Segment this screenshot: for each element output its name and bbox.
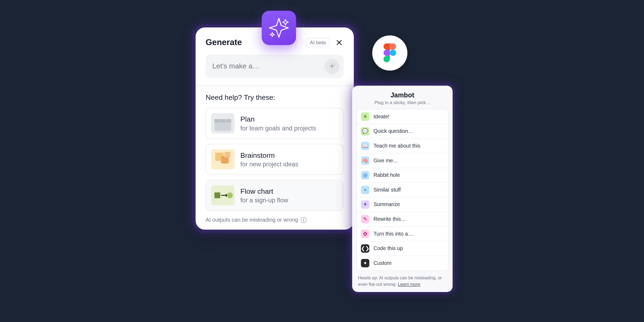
suggestion-subtitle: for new project ideas — [240, 160, 298, 168]
jambot-item-icon: ✎ — [361, 215, 369, 223]
generate-panel: Generate AI beta Let's make a… Need he — [196, 27, 354, 229]
info-icon[interactable]: i — [301, 217, 307, 223]
jambot-item-label: Ideate! — [374, 114, 390, 120]
jambot-title: Jambot — [352, 92, 452, 99]
jambot-item-label: Summarize — [374, 202, 400, 207]
plan-thumbnail-icon — [211, 113, 235, 133]
figma-logo-icon — [383, 43, 396, 63]
suggestion-subtitle: for team goals and projects — [240, 125, 316, 132]
jambot-item-icon: 🧠 — [361, 156, 369, 165]
prompt-input[interactable]: Let's make a… — [206, 55, 344, 78]
divider — [196, 86, 354, 86]
jambot-item-icon: ✳ — [361, 112, 369, 121]
generate-button[interactable] — [324, 59, 339, 74]
jambot-panel: Jambot Plug in a sticky, then pick… ✳Ide… — [352, 86, 452, 292]
suggestion-brainstorm[interactable]: Brainstorm for new project ideas — [206, 144, 344, 175]
jambot-item[interactable]: ≈Similar stuff — [357, 183, 448, 197]
suggestion-subtitle: for a sign-up flow — [240, 196, 288, 204]
jambot-item-icon: ✿ — [361, 230, 369, 238]
ai-disclaimer: AI outputs can be misleading or wrong i — [206, 217, 344, 223]
suggestion-plan[interactable]: Plan for team goals and projects — [206, 108, 344, 139]
jambot-item[interactable]: 📖Teach me about this — [357, 139, 448, 153]
jambot-item-icon: ✦ — [361, 259, 369, 267]
jambot-item-icon: ◎ — [361, 171, 369, 179]
suggestion-title: Brainstorm — [240, 151, 298, 159]
learn-more-link[interactable]: Learn more — [398, 281, 420, 287]
jambot-item-label: Quick question… — [374, 128, 413, 134]
jambot-item-label: Similar stuff — [374, 187, 401, 193]
jambot-item-label: Custom — [374, 260, 391, 266]
brainstorm-thumbnail-icon — [211, 149, 235, 169]
jambot-item-icon: 📖 — [361, 142, 369, 150]
flowchart-thumbnail-icon — [211, 185, 235, 205]
suggestion-title: Plan — [240, 115, 316, 123]
disclaimer-text: AI outputs can be misleading or wrong — [206, 217, 298, 223]
jambot-action-list: ✳Ideate!💬Quick question…📖Teach me about … — [356, 109, 448, 271]
jambot-item[interactable]: ✎Rewrite this… — [357, 212, 448, 227]
try-these-heading: Need help? Try these: — [206, 94, 344, 102]
panel-title: Generate — [206, 38, 242, 47]
prompt-placeholder: Let's make a… — [212, 62, 324, 71]
jambot-subtitle: Plug in a sticky, then pick… — [352, 100, 452, 105]
jambot-item[interactable]: 🧠Give me… — [357, 153, 448, 168]
jambot-item-label: Rewrite this… — [374, 216, 406, 222]
jambot-item-icon: ≈ — [361, 186, 369, 194]
jambot-item[interactable]: ✿Turn this into a… — [357, 227, 448, 241]
suggestion-flowchart[interactable]: Flow chart for a sign-up flow — [206, 180, 344, 211]
jambot-item-icon: 💬 — [361, 127, 369, 136]
jambot-item-label: Give me… — [374, 158, 398, 164]
jambot-item-label: Turn this into a… — [374, 231, 413, 237]
close-icon — [336, 39, 342, 46]
ai-sparkle-badge — [262, 11, 296, 45]
jambot-item[interactable]: ❮❯Code this up — [357, 241, 448, 256]
close-button[interactable] — [335, 38, 344, 47]
jambot-item[interactable]: 💬Quick question… — [357, 124, 448, 139]
jambot-item-icon: ❮❯ — [361, 244, 369, 253]
jambot-item[interactable]: ✦Custom — [357, 256, 448, 270]
ai-beta-badge: AI beta — [306, 38, 330, 47]
jambot-item[interactable]: ✦Summarize — [357, 197, 448, 212]
suggestion-title: Flow chart — [240, 187, 288, 196]
jambot-item-label: Code this up — [374, 246, 403, 251]
jambot-item-label: Rabbit hole — [374, 172, 400, 178]
jambot-item-label: Teach me about this — [374, 143, 420, 149]
jambot-item-icon: ✦ — [361, 200, 369, 209]
sparkle-icon — [328, 62, 336, 71]
jambot-item[interactable]: ✳Ideate! — [357, 109, 448, 124]
jambot-item[interactable]: ◎Rabbit hole — [357, 168, 448, 183]
figma-logo-bubble — [372, 35, 407, 71]
sparkle-icon — [268, 17, 290, 39]
jambot-footer: Heads up: AI outputs can be misleading, … — [352, 271, 452, 288]
